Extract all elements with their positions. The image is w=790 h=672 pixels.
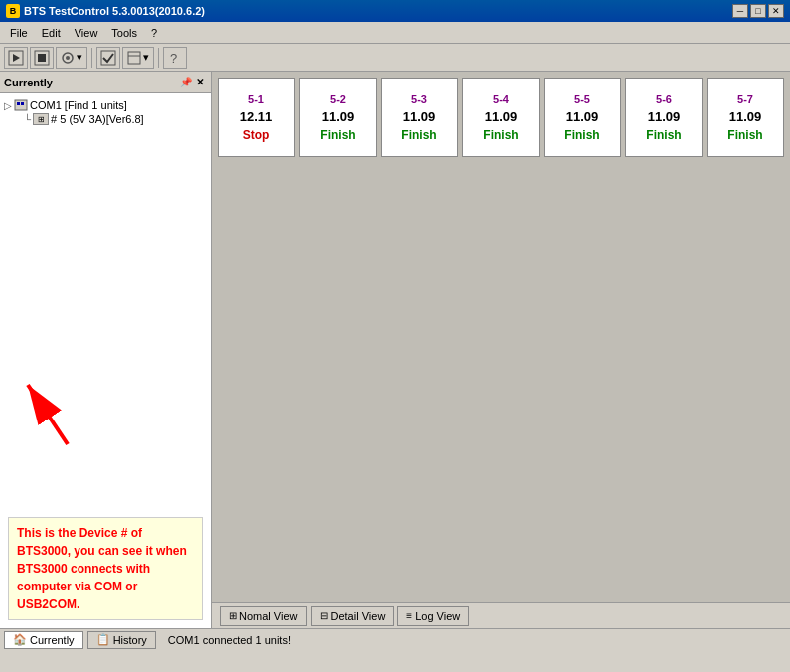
com-port-icon — [14, 99, 28, 111]
channel-id: 5-4 — [493, 93, 509, 105]
view-tab-detail-view[interactable]: ⊟Detail View — [311, 606, 395, 626]
panel-title: Currently — [4, 77, 179, 88]
menu-bar: File Edit View Tools ? — [0, 22, 790, 44]
view-tab-label: Detail View — [331, 610, 386, 622]
device-icon: ⊞ — [33, 113, 49, 125]
svg-line-14 — [28, 385, 68, 444]
window-title: BTS TestControl 5.3.0013(2010.6.2) — [24, 5, 205, 17]
channel-card-5-7[interactable]: 5-711.09Finish — [707, 78, 784, 157]
tree-area: ▷ COM1 [Find 1 units] └ ⊞ # 5 (5V 3A)[Ve… — [0, 93, 211, 367]
annotation-area: This is the Device # of BTS3000, you can… — [0, 367, 211, 628]
channel-value: 11.09 — [566, 109, 599, 124]
view-tab-log-view[interactable]: ≡Log View — [397, 606, 469, 626]
svg-point-5 — [66, 56, 70, 60]
content-area — [212, 163, 790, 602]
channel-status: Finish — [564, 128, 599, 142]
status-tab-label: Currently — [30, 634, 75, 646]
channel-value: 12.11 — [240, 109, 273, 124]
channel-card-5-6[interactable]: 5-611.09Finish — [625, 78, 703, 157]
channel-value: 11.09 — [485, 109, 518, 124]
channel-card-5-4[interactable]: 5-411.09Finish — [462, 78, 540, 157]
toolbar-btn-1[interactable] — [4, 47, 28, 69]
toolbar-separator-2 — [158, 48, 159, 68]
left-panel: Currently 📌 ✕ ▷ COM1 [Find 1 units] └ ⊞ … — [0, 72, 212, 628]
channel-status: Finish — [401, 128, 436, 142]
svg-text:?: ? — [170, 51, 177, 66]
toolbar-btn-check[interactable] — [96, 47, 120, 69]
tree-root-label: COM1 [Find 1 units] — [30, 99, 127, 111]
svg-marker-1 — [13, 54, 20, 62]
channel-id: 5-5 — [574, 93, 590, 105]
close-button[interactable]: ✕ — [768, 4, 784, 18]
channel-card-5-1[interactable]: 5-112.11Stop — [218, 78, 295, 157]
channel-value: 11.09 — [322, 109, 355, 124]
channel-value: 11.09 — [648, 109, 681, 124]
bottom-tabs: ⊞Nomal View⊟Detail View≡Log View — [212, 602, 790, 628]
toolbar-dropdown-2[interactable]: ▾ — [122, 47, 154, 69]
toolbar: ▾ ▾ ? — [0, 44, 790, 72]
view-tab-nomal-view[interactable]: ⊞Nomal View — [220, 606, 307, 626]
channel-id: 5-6 — [656, 93, 672, 105]
tree-child-item[interactable]: └ ⊞ # 5 (5V 3A)[Ver6.8] — [24, 113, 207, 125]
toolbar-btn-2[interactable] — [30, 47, 54, 69]
view-tab-icon: ⊟ — [320, 610, 328, 621]
tree-line-icon: └ — [24, 114, 31, 125]
toolbar-dropdown-1[interactable]: ▾ — [56, 47, 87, 69]
channel-status: Stop — [243, 128, 270, 142]
main-container: Currently 📌 ✕ ▷ COM1 [Find 1 units] └ ⊞ … — [0, 72, 790, 628]
svg-rect-11 — [17, 102, 20, 105]
channel-status: Finish — [320, 128, 355, 142]
channel-id: 5-1 — [248, 93, 264, 105]
view-tab-icon: ≡ — [406, 610, 412, 621]
right-panel: 5-112.11Stop5-211.09Finish5-311.09Finish… — [212, 72, 790, 628]
status-tab-icon: 🏠 — [13, 633, 27, 646]
tree-root-item[interactable]: ▷ COM1 [Find 1 units] — [4, 97, 207, 113]
toolbar-btn-help[interactable]: ? — [163, 47, 187, 69]
view-tab-label: Nomal View — [239, 610, 298, 622]
channel-value: 11.09 — [729, 109, 762, 124]
annotation-text: This is the Device # of BTS3000, you can… — [8, 517, 203, 620]
menu-file[interactable]: File — [4, 25, 34, 41]
channel-card-5-3[interactable]: 5-311.09Finish — [381, 78, 458, 157]
annotation-arrow — [8, 375, 117, 454]
channel-id: 5-2 — [330, 93, 346, 105]
status-tab-history[interactable]: 📋History — [87, 631, 156, 649]
status-tab-label: History — [113, 634, 147, 646]
svg-rect-7 — [128, 52, 140, 64]
tree-expand-icon: ▷ — [4, 100, 12, 111]
maximize-button[interactable]: □ — [750, 4, 766, 18]
channel-id: 5-7 — [737, 93, 753, 105]
panel-header: Currently 📌 ✕ — [0, 72, 211, 93]
status-message: COM1 connected 1 units! — [168, 634, 291, 646]
channel-status: Finish — [727, 128, 762, 142]
panel-close-button[interactable]: ✕ — [193, 76, 207, 89]
toolbar-separator — [91, 48, 92, 68]
view-tab-icon: ⊞ — [229, 610, 237, 621]
status-tab-currently[interactable]: 🏠Currently — [4, 631, 83, 649]
menu-edit[interactable]: Edit — [36, 25, 67, 41]
tree-child-label: # 5 (5V 3A)[Ver6.8] — [51, 113, 144, 125]
panel-pin-button[interactable]: 📌 — [179, 76, 193, 89]
channel-value: 11.09 — [403, 109, 436, 124]
channel-card-5-2[interactable]: 5-211.09Finish — [299, 78, 377, 157]
svg-rect-3 — [38, 54, 46, 62]
status-tab-icon: 📋 — [96, 633, 110, 646]
channel-id: 5-3 — [411, 93, 427, 105]
window-controls: ─ □ ✕ — [732, 4, 784, 18]
minimize-button[interactable]: ─ — [732, 4, 748, 18]
menu-help[interactable]: ? — [145, 25, 163, 41]
svg-rect-12 — [21, 102, 24, 105]
channel-row: 5-112.11Stop5-211.09Finish5-311.09Finish… — [212, 72, 790, 163]
menu-tools[interactable]: Tools — [105, 25, 143, 41]
channel-status: Finish — [646, 128, 681, 142]
app-icon: B — [6, 4, 20, 18]
status-bar: 🏠Currently📋HistoryCOM1 connected 1 units… — [0, 628, 790, 650]
channel-status: Finish — [483, 128, 518, 142]
view-tab-label: Log View — [415, 610, 460, 622]
channel-card-5-5[interactable]: 5-511.09Finish — [544, 78, 621, 157]
menu-view[interactable]: View — [69, 25, 104, 41]
title-bar: B BTS TestControl 5.3.0013(2010.6.2) ─ □… — [0, 0, 790, 22]
